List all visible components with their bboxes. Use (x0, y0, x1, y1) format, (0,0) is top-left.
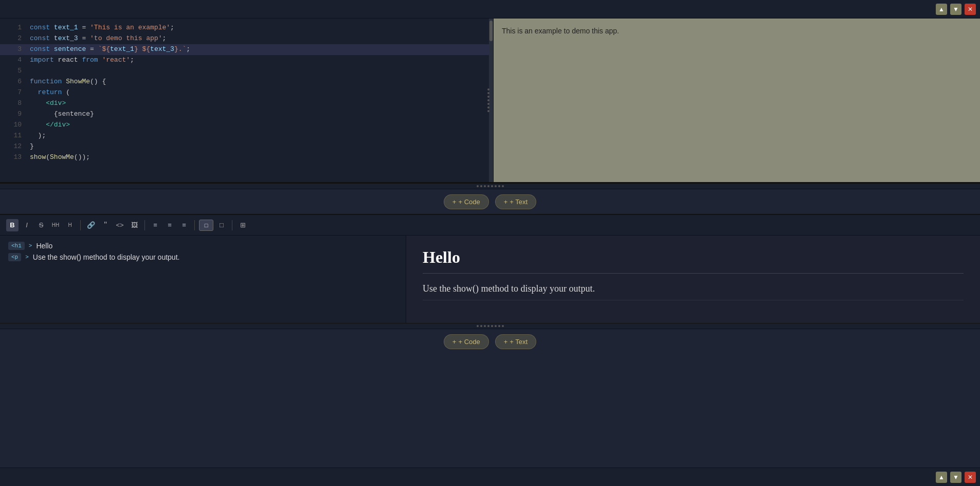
code-line: 13 show(ShowMe()); (0, 152, 493, 163)
toolbar-divider-3 (194, 220, 195, 230)
code-line: 12 } (0, 141, 493, 152)
close-button[interactable]: ✕ (965, 4, 976, 15)
p-arrow: > (25, 254, 29, 260)
preview-text-1: This is an example to demo this app. (502, 27, 619, 35)
text-editor-left[interactable]: <h1 > Hello <p > Use the show() method t… (0, 236, 406, 323)
table-button[interactable]: ⊞ (237, 219, 249, 231)
text-node-p: <p > Use the show() method to display yo… (8, 253, 397, 261)
image-button[interactable]: 🖼 (128, 219, 140, 231)
code-scrollbar[interactable] (489, 19, 493, 182)
code-line: 9 {sentence} (0, 109, 493, 120)
horizontal-resize-bar-1[interactable] (0, 183, 980, 189)
add-code-icon-2: + (452, 338, 457, 346)
add-text-label-1: + Text (510, 198, 528, 206)
code-line: 10 </div> (0, 120, 493, 131)
bottom-toolbar: ▲ ▼ ✕ (0, 467, 980, 486)
list-ordered-button[interactable]: ≡ (149, 219, 161, 231)
list-unordered-button[interactable]: ≡ (164, 219, 176, 231)
strikethrough-button[interactable]: S (35, 219, 47, 231)
scroll-up-button[interactable]: ▲ (936, 4, 947, 15)
heading-h-button[interactable]: H (64, 219, 76, 231)
toolbar-divider-4 (232, 220, 232, 230)
align-button[interactable]: □ (215, 219, 228, 231)
column-resize-handle[interactable] (487, 88, 489, 112)
bottom-scroll-up-button[interactable]: ▲ (936, 472, 947, 483)
add-text-button-2[interactable]: + + Text (495, 334, 536, 349)
add-text-button-1[interactable]: + + Text (495, 194, 536, 209)
code-section-1: 1 const text_1 = 'This is an example'; 2… (0, 19, 980, 183)
p-tag: <p (8, 253, 21, 261)
preview-heading: Hello (423, 248, 964, 274)
bottom-close-button[interactable]: ✕ (965, 472, 976, 483)
add-text-icon-2: + (504, 338, 508, 346)
preview-paragraph: Use the show() method to display your ou… (423, 282, 964, 300)
code-lines: 1 const text_1 = 'This is an example'; 2… (0, 19, 493, 167)
p-text: Use the show() method to display your ou… (33, 253, 180, 261)
add-code-button-1[interactable]: + + Code (444, 194, 489, 209)
scroll-down-button[interactable]: ▼ (950, 4, 961, 15)
add-text-icon-1: + (504, 198, 508, 206)
top-toolbar: ▲ ▼ ✕ (0, 0, 980, 19)
text-toolbar: B I S HH H 🔗 " <> 🖼 ≡ ≡ ≡ □ □ ⊞ (0, 215, 980, 236)
horizontal-resize-bar-2[interactable] (0, 323, 980, 329)
italic-button[interactable]: I (21, 219, 33, 231)
scrollbar-thumb (489, 21, 493, 41)
quote-button[interactable]: " (99, 219, 112, 231)
add-buttons-row-2: + + Code + + Text (0, 329, 980, 354)
add-code-label-1: + Code (458, 198, 480, 206)
toolbar-divider-1 (80, 220, 81, 230)
code-line: 7 return ( (0, 87, 493, 98)
code-line: 8 <div> (0, 98, 493, 109)
block-button[interactable]: □ (199, 220, 213, 231)
h1-text: Hello (36, 242, 52, 250)
link-button[interactable]: 🔗 (85, 219, 97, 231)
list-check-button[interactable]: ≡ (178, 219, 190, 231)
preview-panel-1: This is an example to demo this app. (494, 19, 980, 182)
add-text-label-2: + Text (510, 338, 528, 346)
code-line: 5 (0, 66, 493, 77)
h1-tag: <h1 (8, 242, 25, 250)
code-line: 6 function ShowMe() { (0, 77, 493, 87)
code-line: 4 import react from 'react'; (0, 55, 493, 66)
add-code-label-2: + Code (458, 338, 480, 346)
heading-hh-button[interactable]: HH (49, 219, 62, 231)
text-preview-right: Hello Use the show() method to display y… (406, 236, 980, 323)
code-inline-button[interactable]: <> (114, 219, 126, 231)
text-section: B I S HH H 🔗 " <> 🖼 ≡ ≡ ≡ □ □ ⊞ <h1 > He… (0, 214, 980, 323)
bottom-scroll-down-button[interactable]: ▼ (950, 472, 961, 483)
add-code-icon-1: + (452, 198, 457, 206)
code-editor-1[interactable]: 1 const text_1 = 'This is an example'; 2… (0, 19, 494, 182)
code-line: 2 const text_3 = 'to demo this app'; (0, 33, 493, 44)
code-line: 1 const text_1 = 'This is an example'; (0, 23, 493, 33)
toolbar-divider-2 (144, 220, 145, 230)
code-line-active: 3 const sentence = `${text_1} ${text_3}.… (0, 44, 493, 55)
add-code-button-2[interactable]: + + Code (444, 334, 489, 349)
bold-button[interactable]: B (6, 219, 19, 231)
add-buttons-row-1: + + Code + + Text (0, 189, 980, 214)
text-node-h1: <h1 > Hello (8, 242, 397, 250)
h1-arrow: > (29, 243, 32, 249)
text-editor-area: <h1 > Hello <p > Use the show() method t… (0, 236, 980, 323)
code-line: 11 ); (0, 131, 493, 141)
bottom-spacer (0, 354, 980, 467)
